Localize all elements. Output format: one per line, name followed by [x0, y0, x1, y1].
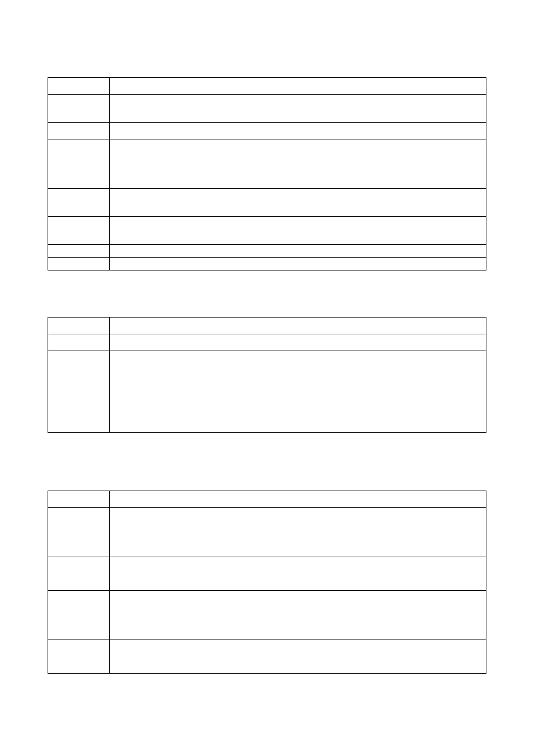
table-row — [48, 508, 486, 557]
table-cell — [110, 640, 486, 674]
table-row — [48, 557, 486, 591]
table-row — [48, 95, 486, 123]
table-cell — [110, 491, 486, 508]
table-row — [48, 78, 486, 95]
table-cell — [110, 351, 486, 433]
table-cell — [110, 139, 486, 189]
table-row — [48, 591, 486, 640]
table-cell — [48, 78, 110, 95]
table-cell — [48, 123, 110, 139]
table-cell — [110, 557, 486, 591]
table-cell — [48, 508, 110, 557]
table-cell — [110, 78, 486, 95]
table-cell — [110, 258, 486, 270]
table-cell — [110, 189, 486, 217]
table-row — [48, 245, 486, 258]
table-cell — [48, 334, 110, 351]
table-cell — [48, 258, 110, 270]
table-cell — [48, 491, 110, 508]
table-cell — [48, 351, 110, 433]
table-row — [48, 189, 486, 217]
table-cell — [48, 640, 110, 674]
table-row — [48, 334, 486, 351]
table-cell — [110, 334, 486, 351]
table-cell — [48, 95, 110, 123]
table-cell — [110, 123, 486, 139]
table-cell — [110, 245, 486, 258]
table-row — [48, 217, 486, 245]
table-cell — [48, 557, 110, 591]
table-row — [48, 351, 486, 433]
table-cell — [110, 591, 486, 640]
table-cell — [48, 318, 110, 334]
table-cell — [48, 139, 110, 189]
table-cell — [48, 217, 110, 245]
table-1 — [48, 77, 486, 270]
table-3 — [48, 491, 486, 674]
table-cell — [110, 318, 486, 334]
page — [0, 0, 534, 756]
table-row — [48, 640, 486, 674]
table-cell — [48, 591, 110, 640]
table-cell — [48, 189, 110, 217]
table-2 — [48, 317, 486, 433]
table-cell — [48, 245, 110, 258]
table-row — [48, 258, 486, 270]
table-row — [48, 123, 486, 139]
table-cell — [110, 508, 486, 557]
table-row — [48, 139, 486, 189]
table-cell — [110, 217, 486, 245]
table-row — [48, 318, 486, 334]
table-cell — [110, 95, 486, 123]
table-row — [48, 491, 486, 508]
